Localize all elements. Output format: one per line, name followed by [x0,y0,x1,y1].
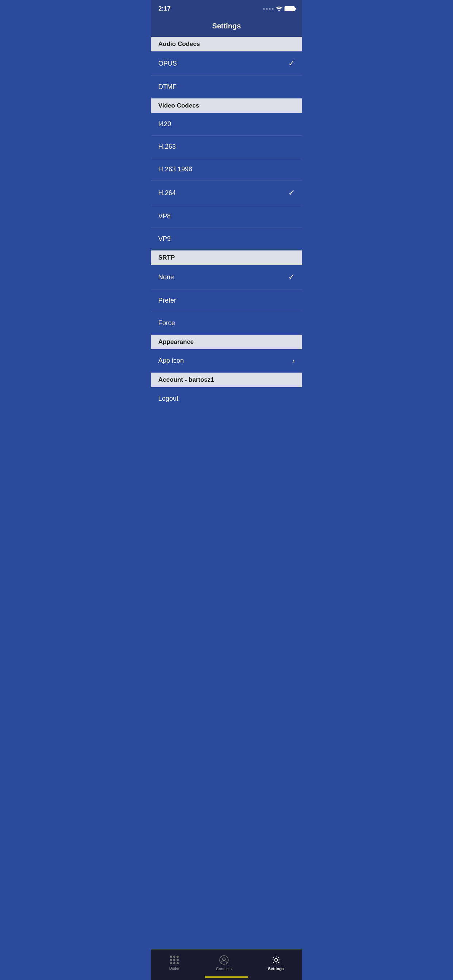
item-label-vp8: VP8 [158,213,171,220]
battery-icon [284,6,295,11]
item-label-logout: Logout [158,395,179,402]
item-label-prefer: Prefer [158,297,176,304]
list-item-dtmf[interactable]: DTMF [151,76,302,99]
list-item-prefer[interactable]: Prefer [151,290,302,312]
section-header-video-codecs: Video Codecs [151,99,302,113]
item-label-dtmf: DTMF [158,83,177,91]
settings-content: Audio Codecs OPUS ✓ DTMF Video Codecs I4… [151,37,302,439]
signal-dots-icon [263,8,274,10]
checkmark-h264: ✓ [288,188,295,197]
item-label-none: None [158,274,174,281]
list-item-h263[interactable]: H.263 [151,135,302,158]
item-label-h264: H.264 [158,189,176,197]
item-label-opus: OPUS [158,60,177,67]
section-header-audio-codecs: Audio Codecs [151,37,302,51]
item-label-i420: I420 [158,120,171,128]
list-item-none[interactable]: None ✓ [151,265,302,290]
item-label-app-icon: App icon [158,357,184,364]
section-header-srtp: SRTP [151,250,302,265]
checkmark-opus: ✓ [288,59,295,68]
section-header-account: Account - bartosz1 [151,372,302,387]
item-label-force: Force [158,320,175,327]
wifi-icon [276,6,282,11]
item-label-h263-1998: H.263 1998 [158,165,192,173]
chevron-right-icon: › [292,356,295,365]
list-item-h264[interactable]: H.264 ✓ [151,181,302,205]
checkmark-none: ✓ [288,272,295,282]
status-time: 2:17 [158,5,171,13]
list-item-logout[interactable]: Logout [151,387,302,410]
page-title: Settings [212,22,241,30]
list-item-opus[interactable]: OPUS ✓ [151,51,302,76]
list-item-app-icon[interactable]: App icon › [151,349,302,372]
list-item-i420[interactable]: I420 [151,113,302,135]
list-item-vp9[interactable]: VP9 [151,228,302,250]
status-bar: 2:17 [151,0,302,16]
item-label-vp9: VP9 [158,235,171,243]
page-header: Settings [151,16,302,37]
list-item-force[interactable]: Force [151,312,302,335]
status-icons [263,6,295,11]
section-header-appearance: Appearance [151,335,302,349]
list-item-h263-1998[interactable]: H.263 1998 [151,158,302,181]
list-item-vp8[interactable]: VP8 [151,205,302,228]
item-label-h263: H.263 [158,143,176,151]
